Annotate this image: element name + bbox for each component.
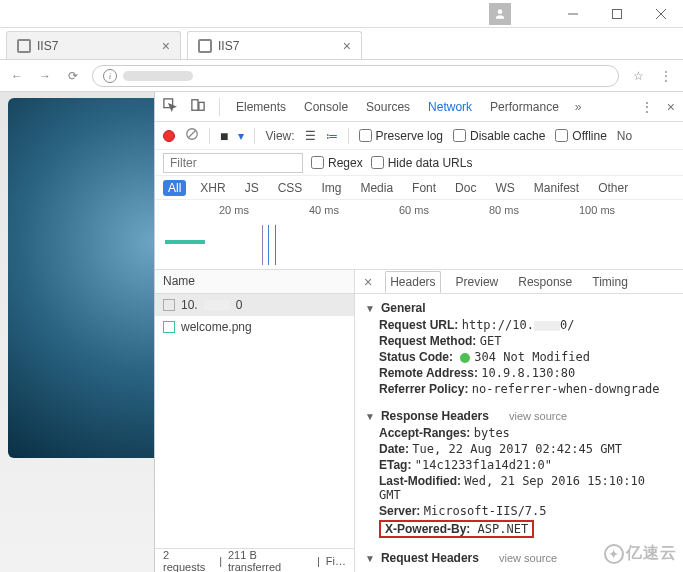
back-button[interactable]: ← [8,69,26,83]
devtools-menu-icon[interactable]: ⋮ [641,100,653,114]
forward-button[interactable]: → [36,69,54,83]
devtools-panel: Elements Console Sources Network Perform… [154,92,683,572]
device-icon[interactable] [191,98,205,115]
omnibox[interactable]: i [92,65,619,87]
more-tabs-icon[interactable]: » [575,100,582,114]
reload-button[interactable]: ⟳ [64,69,82,83]
view-detail-icon[interactable]: ≔ [326,129,338,143]
tab-close-icon[interactable]: × [343,38,351,54]
browser-tabstrip: IIS7 × IIS7 × [0,28,683,60]
chip-media[interactable]: Media [355,180,398,196]
favicon-icon [17,39,31,53]
maximize-button[interactable] [595,0,639,28]
tab-sources[interactable]: Sources [364,100,412,114]
chip-font[interactable]: Font [407,180,441,196]
network-statusbar: 2 requests| 211 B transferred| Fi… [155,548,354,572]
view-source-link[interactable]: view source [509,410,567,422]
offline-checkbox[interactable]: Offline [555,129,606,143]
image-icon [163,321,175,333]
browser-tab[interactable]: IIS7 × [6,31,181,59]
tab-close-icon[interactable]: × [162,38,170,54]
request-row[interactable]: 10. 0 [155,294,354,316]
chip-img[interactable]: Img [316,180,346,196]
time-tick: 40 ms [309,204,339,216]
network-toolbar: ■ ▾ View: ☰ ≔ Preserve log Disable cache… [155,122,683,150]
network-typefilter: All XHR JS CSS Img Media Font Doc WS Man… [155,176,683,200]
request-list-header[interactable]: Name [155,270,354,294]
minimize-button[interactable] [551,0,595,28]
doc-icon [163,299,175,311]
browser-toolbar: ← → ⟳ i ☆ ⋮ [0,60,683,92]
status-more: Fi… [326,555,346,567]
time-tick: 60 ms [399,204,429,216]
devtools-close-icon[interactable]: × [667,99,675,115]
detail-tabs: × Headers Preview Response Timing [355,270,683,294]
tab-preview[interactable]: Preview [451,271,504,293]
request-row[interactable]: welcome.png [155,316,354,338]
record-button[interactable] [163,130,175,142]
filter-icon[interactable]: ▾ [238,129,244,143]
chip-other[interactable]: Other [593,180,633,196]
favicon-icon [198,39,212,53]
clear-button[interactable] [185,127,199,144]
chip-js[interactable]: JS [240,180,264,196]
tab-title: IIS7 [218,39,337,53]
request-details: × Headers Preview Response Timing ▼Gener… [355,270,683,572]
close-button[interactable] [639,0,683,28]
site-info-icon[interactable]: i [103,69,117,83]
svg-rect-0 [613,9,622,18]
status-requests: 2 requests [163,549,213,573]
chip-manifest[interactable]: Manifest [529,180,584,196]
tab-network[interactable]: Network [426,100,474,114]
request-name: 10. [181,298,198,312]
tab-timing[interactable]: Timing [587,271,633,293]
view-source-link[interactable]: view source [499,552,557,564]
time-tick: 80 ms [489,204,519,216]
request-name: welcome.png [181,320,252,334]
network-filterbar: Regex Hide data URLs [155,150,683,176]
chip-doc[interactable]: Doc [450,180,481,196]
star-icon[interactable]: ☆ [629,69,647,83]
svg-rect-2 [192,100,198,111]
svg-rect-3 [199,102,204,110]
status-dot-icon [460,353,470,363]
tab-elements[interactable]: Elements [234,100,288,114]
chip-css[interactable]: CSS [273,180,308,196]
view-label: View: [265,129,294,143]
hide-data-urls-checkbox[interactable]: Hide data URLs [371,156,473,170]
tab-performance[interactable]: Performance [488,100,561,114]
devtools-tabbar: Elements Console Sources Network Perform… [155,92,683,122]
regex-checkbox[interactable]: Regex [311,156,363,170]
preserve-log-checkbox[interactable]: Preserve log [359,129,443,143]
section-response-headers[interactable]: ▼Response Headersview source [365,407,673,425]
window-titlebar [0,0,683,28]
view-list-icon[interactable]: ☰ [305,129,316,143]
menu-icon[interactable]: ⋮ [657,69,675,83]
inspect-icon[interactable] [163,98,177,115]
chip-all[interactable]: All [163,180,186,196]
throttle-label[interactable]: No [617,129,632,143]
profile-icon[interactable] [489,3,511,25]
chip-xhr[interactable]: XHR [195,180,230,196]
url-text [123,71,193,81]
status-transferred: 211 B transferred [228,549,311,573]
request-list: Name 10. 0 welcome.png 2 requests| 211 B… [155,270,355,572]
detail-close-icon[interactable]: × [361,274,375,290]
request-name: 0 [236,298,243,312]
tab-response[interactable]: Response [513,271,577,293]
section-general[interactable]: ▼General [365,299,673,317]
screenshot-icon[interactable]: ■ [220,128,228,144]
tab-console[interactable]: Console [302,100,350,114]
filter-input[interactable] [163,153,303,173]
tab-title: IIS7 [37,39,156,53]
highlighted-header: X-Powered-By: ASP.NET [379,520,534,538]
disable-cache-checkbox[interactable]: Disable cache [453,129,545,143]
chip-ws[interactable]: WS [490,180,519,196]
browser-tab-active[interactable]: IIS7 × [187,31,362,59]
tab-headers[interactable]: Headers [385,271,440,293]
network-waterfall-overview[interactable]: 20 ms 40 ms 60 ms 80 ms 100 ms [155,200,683,270]
page-content: Willko Bienvenue 歡迎 Velkommen Benvenuto … [0,92,683,572]
time-tick: 20 ms [219,204,249,216]
section-request-headers[interactable]: ▼Request Headersview source [365,549,673,567]
time-tick: 100 ms [579,204,615,216]
